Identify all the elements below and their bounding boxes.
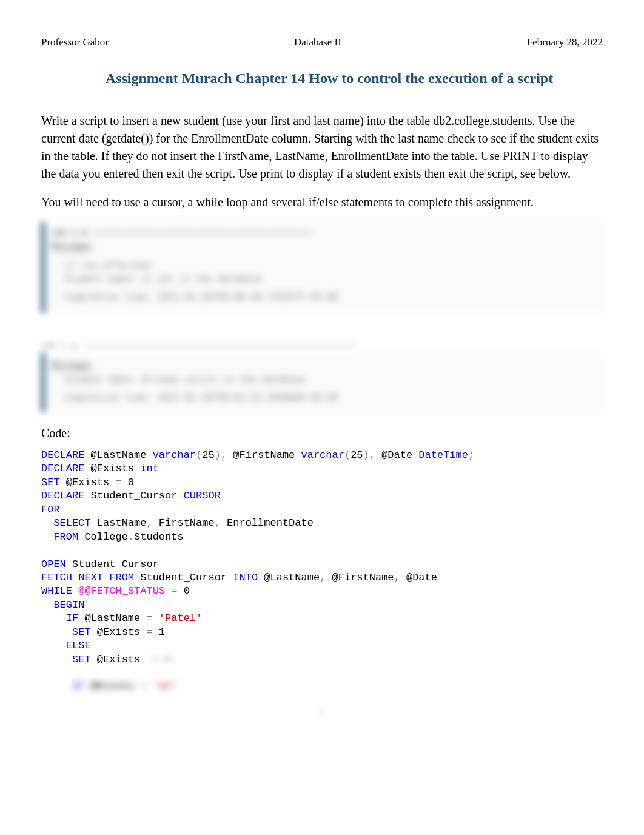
output-screenshot-2: 100 % ▼ ────────────────────────────────… bbox=[41, 341, 603, 412]
page-header: Professor Gabor Database II February 28,… bbox=[41, 36, 603, 49]
paragraph-hint: You will need to use a cursor, a while l… bbox=[41, 193, 603, 211]
code-block: DECLARE @LastName varchar(25), @FirstNam… bbox=[41, 449, 603, 694]
page-number: 1 bbox=[41, 706, 603, 717]
messages-tab: Messages bbox=[51, 241, 92, 252]
output-row: Student Gabor Already exists in the data… bbox=[51, 374, 595, 385]
output-row: (1 row affected) bbox=[51, 260, 595, 271]
header-right: February 28, 2022 bbox=[527, 36, 603, 49]
messages-tab: Messages bbox=[51, 360, 92, 371]
paragraph-instructions: Write a script to insert a new student (… bbox=[41, 112, 603, 183]
header-center: Database II bbox=[294, 36, 341, 49]
page-title: Assignment Murach Chapter 14 How to cont… bbox=[74, 70, 585, 87]
output-row: Completion time: 2022-02-28T09:01:15.284… bbox=[51, 392, 595, 403]
output-row: Student Gabor is not in the database bbox=[51, 273, 595, 284]
header-left: Professor Gabor bbox=[41, 36, 109, 49]
code-label: Code: bbox=[41, 426, 603, 440]
output-row: Completion time: 2022-02-28T09:00:30.735… bbox=[51, 292, 595, 303]
output-screenshot-1: 100 % ▼ ────────────────────────────────… bbox=[41, 222, 603, 313]
